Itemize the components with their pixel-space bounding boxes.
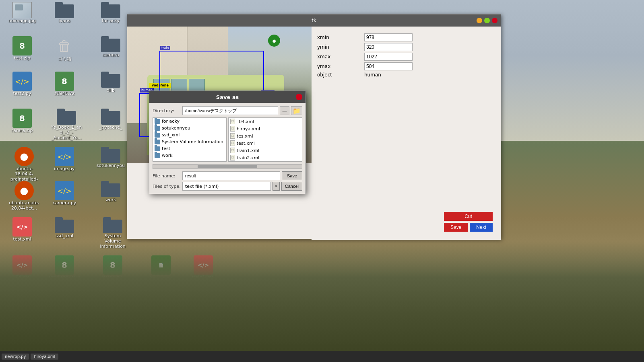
work-folder-icon: [101, 181, 120, 197]
dialog-save-button[interactable]: Save: [282, 171, 302, 180]
nav-folder-button[interactable]: 📁: [291, 106, 302, 115]
coord-row-xmin: xmin: [316, 33, 497, 42]
desktop-icon-jetson[interactable]: 8 jetson-nx-jp441-sd-card-image.zip: [95, 255, 131, 291]
xmax-input[interactable]: [364, 53, 413, 61]
desktop-icon-test2py[interactable]: </> test2.py: [6, 72, 38, 96]
list-item-hiroyaxml[interactable]: ☐ hiroya.xml: [229, 125, 302, 132]
desktop-icon-rarara[interactable]: 8 rarara.zip: [6, 109, 38, 133]
list-item-sysvolinfo[interactable]: System Volume Information: [153, 138, 226, 145]
next-button[interactable]: Next: [470, 223, 493, 232]
jetson-icon: 8: [103, 255, 122, 275]
list-item-sotukennyou[interactable]: sotukennyou: [153, 125, 226, 132]
minimize-button[interactable]: [477, 18, 482, 23]
taskbar-item-hiroya[interactable]: hiroya.xml: [31, 354, 58, 360]
list-item-ssdxml[interactable]: ssd_xml: [153, 132, 226, 138]
desktop-icon-imagepy[interactable]: </> image.py: [48, 147, 80, 171]
list-item-test[interactable]: test: [153, 145, 226, 152]
icon-label-train1xml: train1.xml: [192, 275, 215, 280]
desktop-icon-train1xml[interactable]: </> train1.xml: [187, 255, 219, 280]
dialog-titlebar: Save as: [149, 91, 305, 103]
desktop-icon-sysvolinfo[interactable]: System Volume Information: [95, 217, 131, 249]
ymin-label: ymin: [316, 42, 363, 52]
save-button[interactable]: Save: [444, 223, 468, 232]
icon-label-ysbook: Ys_Book_1_and_-2_-_Ancient_Ys...: [50, 125, 83, 141]
list-item-foracky[interactable]: for acky: [153, 118, 226, 125]
desktop-icon-ubuntumate[interactable]: ● ubuntu-mate-20.04-bet...: [6, 181, 42, 211]
close-button[interactable]: [492, 18, 497, 23]
desktop-icon-camera[interactable]: camera: [95, 36, 127, 58]
desktop-icon-model[interactable]: ≡ model_64pixel_ver2.h5: [95, 294, 131, 323]
desktop-icon-train2xml[interactable]: </> train2.xml: [187, 294, 219, 318]
trash-icon: 🗑: [55, 36, 74, 56]
icon-label-imagepy: image.py: [54, 166, 74, 171]
icon-label-train2xml: train2.xml: [192, 313, 215, 318]
list-item-work[interactable]: work: [153, 152, 226, 159]
dist-folder-icon: [151, 294, 171, 310]
desktop-icon-sotukennyouzip[interactable]: 8 sotukennyou.zip: [48, 255, 80, 285]
camerapy-icon: </>: [55, 181, 74, 200]
list-item-04xml[interactable]: ☐ _04.xml: [229, 118, 302, 125]
folder-icon-foracky: [155, 119, 160, 124]
dialog-file-area: for acky sotukennyou ssd_xml System Volu…: [153, 117, 302, 162]
desktop-icon-noimage[interactable]: noimage.jpg: [6, 2, 38, 23]
desktop-icon-camerapy[interactable]: </> camera.py: [48, 181, 80, 206]
desktop-icon-s1945[interactable]: 8 s1945.7z: [48, 72, 80, 96]
maximize-button[interactable]: [484, 18, 490, 23]
file-list[interactable]: ☐ _04.xml ☐ hiroya.xml ☐ tes.xml ☐ test.…: [228, 117, 302, 162]
desktop-icon-work[interactable]: work: [95, 181, 127, 202]
ubuntu18-icon: ●: [14, 147, 34, 166]
filename-input[interactable]: [182, 171, 280, 180]
xmin-input[interactable]: [364, 33, 413, 41]
desktop-icon-unnamed[interactable]: 🖼 unnamed.jpg: [48, 294, 80, 316]
desktop-icon-dlib[interactable]: dlib: [95, 72, 127, 93]
coord-row-ymin: ymin: [316, 42, 497, 52]
dialog-scrollbar[interactable]: [153, 164, 302, 169]
filetype-select[interactable]: text file (*.xml): [182, 182, 271, 191]
coord-row-xmax: xmax: [316, 52, 497, 62]
filetype-arrow[interactable]: ▾: [272, 182, 280, 191]
filename-label: File name:: [153, 173, 181, 179]
desktop-icon-pycache[interactable]: _pycache_: [95, 109, 127, 130]
directory-input[interactable]: [182, 106, 278, 115]
desktop-icon-ivans[interactable]: ivans: [48, 2, 80, 23]
cut-button[interactable]: Cut: [444, 212, 493, 221]
ymin-input[interactable]: [364, 43, 413, 51]
ymax-input[interactable]: [364, 62, 413, 70]
tk-titlebar: tk: [127, 14, 501, 27]
folder-icon-sysvolinfo: [155, 140, 160, 144]
dialog-title: Save as: [216, 94, 239, 100]
desktop-icon-04xml[interactable]: </> _04.xml: [6, 255, 38, 280]
dialog-cancel-button[interactable]: Cancel: [281, 182, 302, 191]
taskbar-item-newrop[interactable]: newrop.py: [2, 354, 29, 360]
file-icon-train2xml: ☐: [230, 155, 235, 160]
list-item-tesxml[interactable]: ☐ tes.xml: [229, 132, 302, 140]
desktop-icon-ssdxml[interactable]: ssd_xml: [48, 217, 80, 239]
file-name-tesxml: tes.xml: [237, 134, 253, 139]
desktop-icon-testzip[interactable]: 8 test.zip: [6, 36, 38, 61]
ivans-folder-icon: [55, 2, 74, 18]
file-name-hiroyaxml: hiroya.xml: [237, 126, 260, 132]
directory-label: Directory:: [153, 108, 181, 113]
folder-list[interactable]: for acky sotukennyou ssd_xml System Volu…: [153, 117, 227, 162]
xmin-label: xmin: [316, 33, 363, 42]
list-item-train2xml[interactable]: ☐ train2.xml: [229, 154, 302, 161]
ymax-label: ymax: [316, 62, 363, 71]
desktop-icon-foracky[interactable]: for acky: [95, 2, 127, 23]
ubuntumate-icon: ●: [14, 181, 34, 200]
desktop-icon-trash[interactable]: 🗑 ゴミ箱: [48, 36, 80, 62]
desktop-icon-dist[interactable]: dist: [145, 294, 177, 315]
nav-back-button[interactable]: —: [280, 106, 289, 115]
desktop-icon-hellospec[interactable]: 📄 hello.spec: [145, 255, 177, 281]
icon-label-hellospec: hello.spec: [150, 276, 172, 281]
list-item-testxml[interactable]: ☐ test.xml: [229, 140, 302, 147]
dialog-filename-row: File name: Save: [153, 171, 302, 180]
dlib-folder-icon: [101, 72, 120, 88]
desktop-icon-ysbook[interactable]: Ys_Book_1_and_-2_-_Ancient_Ys...: [48, 109, 85, 141]
folder-name-ssdxml: ssd_xml: [162, 132, 180, 138]
desktop-icon-defence[interactable]: 8 defence.7z: [6, 294, 38, 318]
dialog-close-button[interactable]: [296, 94, 302, 100]
action-buttons: Cut Save Next: [444, 212, 493, 232]
desktop-icon-sotukennyou[interactable]: sotukennyou: [95, 147, 127, 168]
list-item-train1xml[interactable]: ☐ train1.xml: [229, 147, 302, 154]
desktop-icon-testxml[interactable]: </> test.xml: [6, 217, 38, 242]
